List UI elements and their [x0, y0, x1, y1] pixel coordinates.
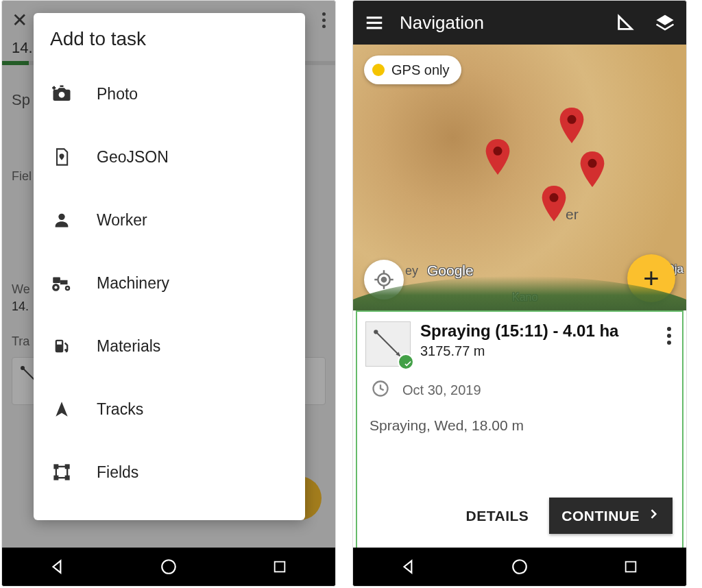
svg-point-7 [61, 155, 63, 157]
phone-left: ✕ 14. Sp Fiel We 14. Tra Add to task [1, 0, 336, 587]
app-bar: Navigation [353, 1, 686, 45]
menu-item-machinery[interactable]: Machinery [34, 252, 305, 315]
task-thumbnail [365, 321, 411, 367]
svg-point-30 [588, 159, 597, 168]
svg-rect-9 [53, 278, 60, 284]
svg-point-29 [494, 147, 503, 156]
menu-item-worker[interactable]: Worker [34, 188, 305, 252]
map-pin[interactable] [579, 151, 605, 187]
svg-point-39 [374, 330, 378, 334]
menu-item-label: Machinery [97, 274, 169, 293]
svg-point-33 [382, 278, 386, 282]
add-fab[interactable]: + [627, 254, 675, 302]
task-overflow-menu[interactable] [664, 321, 674, 350]
gps-status-dot [372, 64, 385, 76]
recent-apps-button[interactable] [266, 553, 293, 580]
menu-item-label: Tracks [97, 400, 143, 419]
phone-right: Navigation GPS only er ey Google Kano [352, 0, 687, 587]
gps-status-label: GPS only [391, 62, 449, 78]
svg-rect-21 [55, 476, 58, 480]
svg-point-14 [66, 287, 69, 289]
svg-line-38 [376, 332, 400, 356]
menu-item-label: Worker [97, 211, 147, 230]
nav-arrow-icon [50, 397, 73, 421]
svg-rect-27 [367, 27, 383, 29]
task-date: Oct 30, 2019 [402, 382, 481, 398]
svg-point-3 [59, 92, 65, 98]
triangle-ruler-icon[interactable] [615, 12, 636, 33]
menu-item-fields[interactable]: Fields [34, 441, 305, 504]
details-button[interactable]: DETAILS [454, 498, 542, 534]
svg-point-42 [513, 560, 526, 574]
geojson-icon [50, 145, 73, 169]
camera-icon [50, 82, 73, 106]
polygon-icon [50, 461, 73, 484]
svg-point-28 [568, 115, 577, 124]
add-to-task-dialog: Add to task Photo GeoJSON Worker [34, 13, 305, 520]
svg-rect-24 [275, 562, 285, 572]
svg-rect-6 [52, 87, 56, 89]
home-button[interactable] [506, 553, 533, 580]
svg-rect-22 [66, 476, 69, 480]
svg-rect-20 [66, 465, 69, 469]
layers-icon[interactable] [655, 12, 675, 33]
screen-right: Navigation GPS only er ey Google Kano [353, 1, 686, 548]
android-navbar [2, 548, 335, 586]
svg-rect-16 [57, 341, 62, 345]
svg-point-31 [550, 193, 559, 202]
check-icon [398, 354, 414, 370]
task-title: Spraying (15:11) - 4.01 ha [420, 321, 655, 341]
menu-item-label: GeoJSON [97, 148, 169, 167]
continue-button[interactable]: CONTINUE [549, 498, 673, 534]
my-location-button[interactable] [364, 260, 404, 299]
menu-item-label: Fields [97, 463, 138, 482]
map-view[interactable]: GPS only er ey Google Kano N'Dja + [353, 45, 686, 310]
tractor-icon [50, 271, 73, 295]
clock-icon [371, 379, 390, 401]
map-pin[interactable] [541, 186, 567, 221]
home-button[interactable] [155, 553, 182, 580]
back-button[interactable] [395, 553, 422, 580]
task-distance: 3175.77 m [420, 343, 655, 359]
menu-icon[interactable] [364, 12, 385, 33]
map-pin[interactable] [485, 139, 511, 175]
svg-rect-43 [626, 562, 636, 572]
svg-point-17 [64, 349, 67, 351]
back-button[interactable] [44, 553, 71, 580]
svg-point-23 [162, 560, 176, 574]
chevron-right-icon [646, 507, 660, 524]
menu-item-geojson[interactable]: GeoJSON [34, 125, 305, 188]
map-pin[interactable] [559, 108, 585, 143]
google-attribution: Google [427, 262, 474, 279]
person-icon [50, 208, 73, 232]
task-summary: Spraying, Wed, 18.00 m [357, 405, 682, 438]
screen-left: ✕ 14. Sp Fiel We 14. Tra Add to task [2, 1, 335, 548]
gps-status-chip[interactable]: GPS only [364, 56, 461, 84]
map-label: er [566, 206, 579, 223]
app-bar-title: Navigation [400, 12, 484, 34]
android-navbar [353, 548, 686, 586]
menu-item-tracks[interactable]: Tracks [34, 378, 305, 441]
svg-point-12 [54, 286, 57, 289]
map-label: Kano [512, 291, 537, 304]
svg-rect-10 [60, 280, 68, 284]
menu-item-materials[interactable]: Materials [34, 315, 305, 378]
svg-rect-4 [60, 86, 64, 88]
svg-rect-19 [55, 465, 58, 469]
svg-rect-26 [367, 22, 383, 24]
menu-item-label: Photo [97, 85, 138, 103]
dialog-title: Add to task [34, 25, 305, 62]
plus-icon: + [643, 263, 659, 294]
continue-label: CONTINUE [561, 508, 640, 524]
menu-item-label: Materials [97, 337, 160, 356]
menu-item-photo[interactable]: Photo [34, 62, 305, 125]
svg-rect-25 [367, 16, 383, 19]
svg-point-8 [58, 214, 64, 220]
task-card: Spraying (15:11) - 4.01 ha 3175.77 m Oct… [356, 310, 683, 548]
fuel-icon [50, 334, 73, 358]
map-label: ey [405, 264, 418, 278]
recent-apps-button[interactable] [617, 553, 644, 580]
